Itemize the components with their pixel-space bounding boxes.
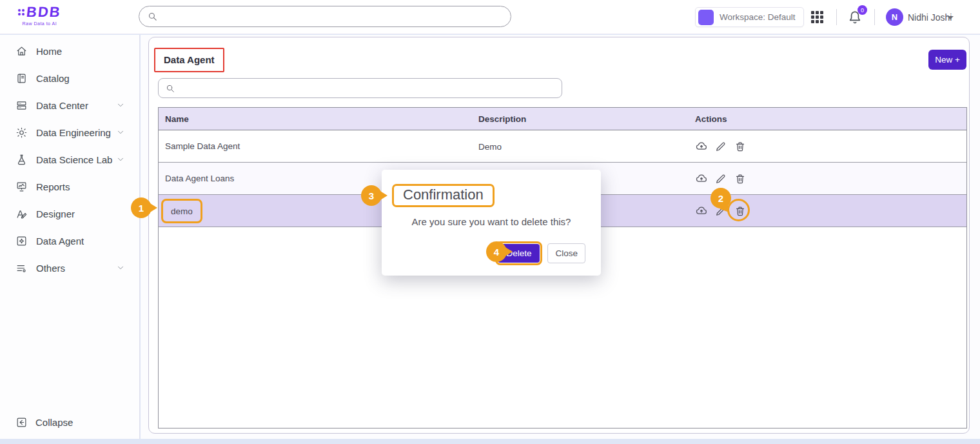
- topbar-divider: [836, 9, 837, 25]
- collapse-label: Collapse: [35, 417, 73, 428]
- workspace-color-swatch: [698, 10, 714, 25]
- sidebar-item-home[interactable]: Home: [0, 37, 139, 65]
- sidebar-item-label: Others: [36, 263, 116, 274]
- modal-title-highlight-box: Confirmation: [392, 184, 495, 207]
- others-icon: [15, 262, 28, 274]
- modal-message: Are you sure you want to delete this?: [382, 216, 601, 227]
- notification-badge: 0: [858, 5, 867, 15]
- data-agent-icon: [15, 235, 28, 247]
- catalog-icon: [15, 72, 28, 85]
- modal-title: Confirmation: [403, 187, 484, 203]
- chevron-down-icon[interactable]: [116, 263, 125, 272]
- sidebar-item-data-science-lab[interactable]: Data Science Lab: [0, 146, 139, 173]
- sidebar-item-label: Catalog: [36, 73, 125, 84]
- search-icon: [165, 83, 175, 94]
- table-header-row: Name Description Actions: [159, 108, 966, 130]
- topbar-divider: [874, 9, 875, 25]
- sidebar-item-label: Data Science Lab: [36, 154, 116, 165]
- sidebar-item-label: Data Engineering: [36, 127, 116, 138]
- table-search-input[interactable]: [181, 79, 562, 97]
- home-icon: [15, 45, 28, 57]
- sidebar-collapse-button[interactable]: Collapse: [15, 416, 73, 429]
- publish-cloud-icon[interactable]: [695, 172, 708, 185]
- row-name: demo: [171, 207, 193, 216]
- designer-icon: [15, 208, 28, 220]
- user-avatar[interactable]: N: [886, 8, 903, 26]
- sidebar-item-label: Data Agent: [36, 236, 125, 247]
- user-menu-caret-icon[interactable]: [947, 16, 954, 19]
- user-name[interactable]: Nidhi Joshi: [908, 12, 952, 23]
- apps-grid-icon[interactable]: [811, 11, 824, 24]
- bdb-logo[interactable]: BDB Raw Data to AI: [18, 4, 61, 26]
- global-search-input[interactable]: [163, 6, 511, 26]
- sidebar-item-designer[interactable]: Designer: [0, 200, 139, 227]
- sidebar-item-others[interactable]: Others: [0, 254, 139, 281]
- annotation-marker-1: 1: [131, 197, 152, 218]
- logo-dots-icon: [18, 9, 24, 15]
- row-name: Sample Data Agent: [165, 141, 240, 151]
- close-button[interactable]: Close: [547, 243, 585, 263]
- workspace-selector[interactable]: Workspace: Default: [695, 7, 804, 27]
- sidebar-item-reports[interactable]: Reports: [0, 173, 139, 200]
- sidebar-item-label: Home: [36, 46, 125, 57]
- logo-text: BDB: [26, 4, 62, 21]
- data-science-lab-icon: [15, 154, 28, 166]
- collapse-icon: [15, 416, 28, 429]
- page-title: Data Agent: [164, 54, 215, 65]
- data-center-icon: [15, 99, 28, 112]
- app-root: BDB Raw Data to AI Workspace: Default 0 …: [0, 0, 980, 444]
- sidebar-item-label: Data Center: [36, 100, 116, 111]
- column-header-name: Name: [159, 114, 476, 124]
- search-icon: [147, 11, 158, 22]
- chevron-down-icon[interactable]: [116, 101, 125, 110]
- edit-pencil-icon[interactable]: [714, 140, 727, 153]
- trash-icon-highlight-ring: [727, 199, 750, 221]
- publish-cloud-icon[interactable]: [695, 140, 708, 153]
- workspace-label: Workspace: Default: [720, 12, 796, 22]
- delete-trash-icon[interactable]: [734, 172, 747, 185]
- logo-tagline: Raw Data to AI: [22, 21, 57, 26]
- sidebar-item-data-engineering[interactable]: Data Engineering: [0, 119, 139, 146]
- sidebar-item-catalog[interactable]: Catalog: [0, 65, 139, 92]
- column-header-actions: Actions: [689, 114, 963, 124]
- chevron-down-icon[interactable]: [116, 128, 125, 137]
- sidebar-item-label: Reports: [36, 181, 125, 192]
- sidebar-item-data-agent[interactable]: Data Agent: [0, 227, 139, 254]
- row-description: Demo: [478, 142, 502, 152]
- global-search[interactable]: [139, 6, 511, 27]
- publish-cloud-icon[interactable]: [695, 205, 708, 217]
- row-name: Data Agent Loans: [165, 174, 234, 183]
- table-row[interactable]: Sample Data Agent Demo: [159, 130, 966, 163]
- title-highlight-box: Data Agent: [154, 48, 224, 72]
- edit-pencil-icon[interactable]: [714, 172, 727, 185]
- sidebar-item-data-center[interactable]: Data Center: [0, 92, 139, 119]
- page-bottom-strip: [0, 439, 980, 444]
- data-engineering-icon: [15, 126, 28, 139]
- sidebar-item-label: Designer: [36, 208, 125, 219]
- top-bar: BDB Raw Data to AI Workspace: Default 0 …: [0, 0, 980, 34]
- annotation-marker-4: 4: [486, 241, 507, 262]
- sidebar: Home Catalog Data Center: [0, 35, 140, 439]
- delete-trash-icon[interactable]: [734, 140, 747, 153]
- annotation-marker-3: 3: [361, 185, 382, 206]
- name-highlight-box: demo: [161, 199, 202, 223]
- table-search[interactable]: [158, 78, 562, 98]
- new-button[interactable]: New +: [928, 50, 966, 70]
- chevron-down-icon[interactable]: [116, 155, 125, 164]
- reports-icon: [15, 181, 28, 193]
- notifications-button[interactable]: 0: [845, 8, 865, 27]
- column-header-description: Description: [476, 114, 689, 124]
